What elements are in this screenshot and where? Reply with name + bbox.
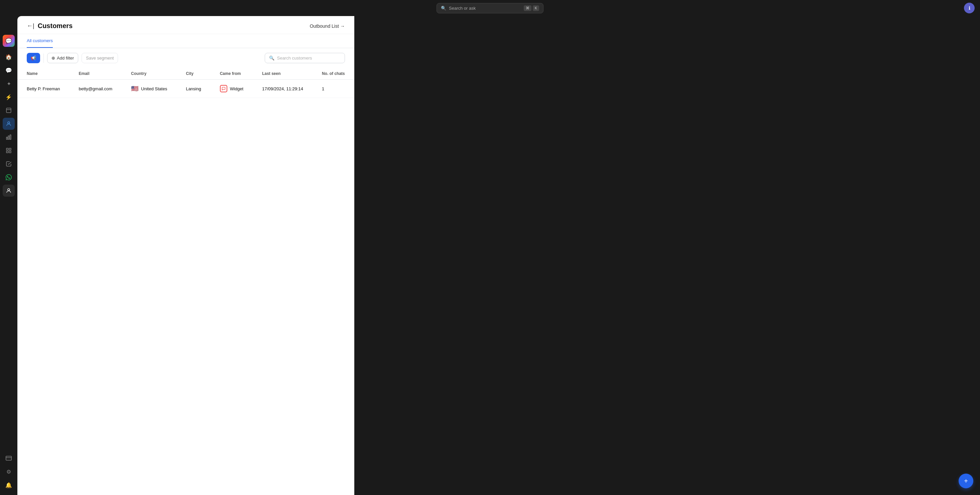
table-row[interactable]: Betty P. Freeman betty@gmail.com 🇺🇸 Unit…: [18, 80, 354, 98]
save-segment-button[interactable]: Save segment: [81, 53, 118, 63]
page-header: ←| Customers Outbound List →: [18, 16, 354, 34]
k-key: K: [533, 5, 539, 11]
add-filter-button[interactable]: ⊕ Add filter: [47, 53, 78, 63]
sidebar: 💬 🏠 💬 ✦ ⚡ ⚙ 🔔: [0, 16, 18, 495]
sidebar-item-billing[interactable]: [3, 452, 15, 464]
svg-rect-10: [6, 456, 12, 460]
sidebar-item-notifications[interactable]: 🔔: [3, 479, 15, 491]
customer-city: Lansing: [177, 80, 211, 98]
sidebar-item-settings[interactable]: ⚙: [3, 466, 15, 477]
country-flag: 🇺🇸: [131, 85, 138, 92]
col-name: Name: [18, 68, 69, 80]
customer-came-from: Widget: [211, 80, 253, 98]
search-icon: 🔍: [441, 6, 446, 11]
customers-table: Name Email Country City Came from Last s…: [18, 68, 354, 495]
page-title: Customers: [38, 22, 73, 30]
sidebar-item-home[interactable]: 🏠: [3, 51, 15, 63]
sidebar-item-tasks[interactable]: [3, 158, 15, 170]
svg-rect-0: [6, 108, 11, 113]
svg-rect-7: [6, 151, 8, 153]
widget-icon: [220, 85, 227, 92]
plus-circle-icon: ⊕: [51, 56, 55, 61]
svg-point-1: [8, 122, 10, 124]
col-city: City: [177, 68, 211, 80]
main-content: ←| Customers Outbound List → All custome…: [18, 16, 354, 495]
app-logo[interactable]: 💬: [3, 35, 15, 47]
country-name: United States: [141, 86, 167, 91]
tabs-bar: All customers: [18, 34, 354, 48]
toolbar-divider: [43, 54, 44, 63]
col-num-chats: No. of chats: [312, 68, 354, 80]
sidebar-item-integrations[interactable]: [3, 144, 15, 156]
table-header-row: Name Email Country City Came from Last s…: [18, 68, 354, 80]
global-search-label: Search or ask: [449, 6, 476, 11]
svg-rect-3: [8, 136, 10, 139]
col-email: Email: [69, 68, 122, 80]
topbar: 🔍 Search or ask ⌘ K ℹ: [0, 0, 980, 16]
megaphone-icon: 📢: [31, 56, 36, 61]
sidebar-item-profile[interactable]: [3, 185, 15, 196]
svg-rect-8: [10, 151, 11, 153]
customer-name: Betty P. Freeman: [18, 80, 69, 98]
sidebar-bottom: ⚙ 🔔: [3, 452, 15, 495]
filter-icon-button[interactable]: 📢: [27, 53, 40, 63]
col-country: Country: [122, 68, 177, 80]
search-placeholder: Search customers: [277, 56, 312, 61]
customer-email: betty@gmail.com: [69, 80, 122, 98]
svg-rect-2: [6, 137, 7, 139]
sidebar-item-ai[interactable]: ✦: [3, 78, 15, 89]
customer-last-seen: 17/09/2024, 11:29:14: [253, 80, 312, 98]
tab-all-customers[interactable]: All customers: [27, 34, 53, 48]
sidebar-item-inbox[interactable]: [3, 104, 15, 117]
customer-num-chats: 1: [312, 80, 354, 98]
fab-button[interactable]: +: [959, 474, 973, 488]
sidebar-item-automation[interactable]: ⚡: [3, 91, 15, 103]
sidebar-item-whatsapp[interactable]: [3, 171, 15, 183]
sidebar-item-conversations[interactable]: 💬: [3, 64, 15, 76]
customer-country: 🇺🇸 United States: [122, 80, 177, 98]
col-came-from: Came from: [211, 68, 253, 80]
col-last-seen: Last seen: [253, 68, 312, 80]
user-avatar[interactable]: ℹ: [964, 3, 975, 13]
sidebar-item-contacts[interactable]: [3, 118, 15, 130]
toolbar: 📢 ⊕ Add filter Save segment 🔍 Search cus…: [18, 48, 354, 68]
global-search[interactable]: 🔍 Search or ask ⌘ K: [436, 3, 544, 13]
outbound-list-link[interactable]: Outbound List →: [310, 23, 345, 29]
svg-rect-6: [10, 148, 11, 150]
svg-rect-4: [10, 135, 11, 139]
back-button[interactable]: ←|: [27, 22, 34, 29]
customer-search[interactable]: 🔍 Search customers: [265, 53, 345, 63]
cmd-key: ⌘: [524, 5, 531, 11]
came-from-label: Widget: [230, 86, 243, 91]
sidebar-item-reports[interactable]: [3, 131, 15, 143]
svg-rect-5: [6, 148, 8, 150]
search-icon: 🔍: [269, 56, 274, 61]
svg-point-9: [8, 188, 10, 191]
